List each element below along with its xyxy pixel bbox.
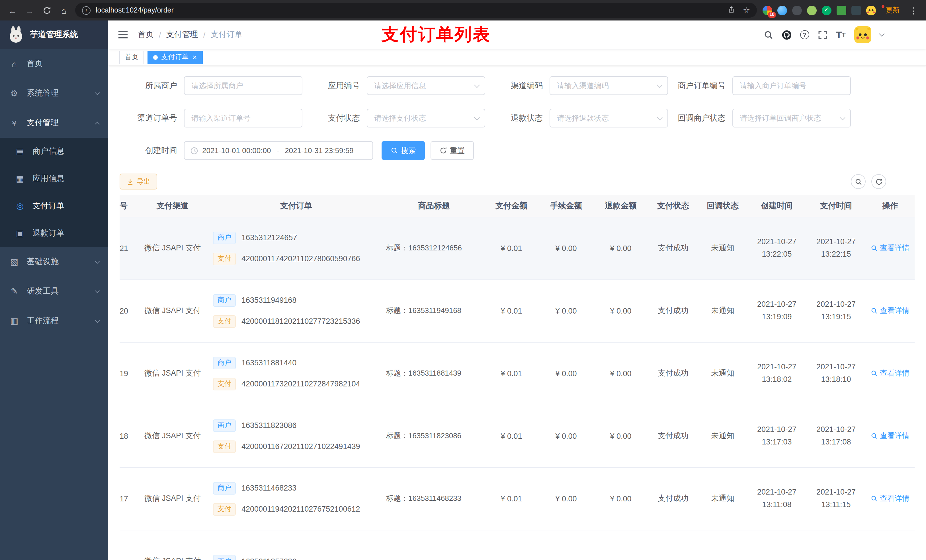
view-detail-link[interactable]: 查看详情 <box>871 494 909 504</box>
filter-row: 创建时间 2021-10-01 00:00:00 - 2021-10-31 23… <box>120 141 915 160</box>
refresh-icon <box>440 147 447 154</box>
pay-amount: ¥ 0.01 <box>484 217 539 279</box>
filter-field: 支付状态 <box>303 109 485 127</box>
toggle-search-button[interactable] <box>851 174 865 189</box>
bookmark-star-icon[interactable]: ☆ <box>743 6 750 15</box>
tab-active[interactable]: 支付订单× <box>147 50 203 64</box>
extension-icon[interactable] <box>837 5 846 15</box>
select-input[interactable] <box>367 109 485 127</box>
date-range-input[interactable]: 2021-10-01 00:00:00 - 2021-10-31 23:59:5… <box>184 141 373 160</box>
address-bar[interactable]: i localhost:1024/pay/order ☆ <box>75 3 757 18</box>
fee-amount: ¥ 0.00 <box>539 405 593 467</box>
notify-status: 未通知 <box>698 342 747 405</box>
refresh-table-button[interactable] <box>872 174 886 189</box>
search-button[interactable]: 搜索 <box>381 141 425 160</box>
breadcrumb-item[interactable]: 支付管理 <box>166 30 198 40</box>
back-button[interactable]: ← <box>7 6 18 15</box>
extension-icon[interactable] <box>807 5 817 15</box>
refresh-icon <box>875 178 882 185</box>
breadcrumb-item[interactable]: 首页 <box>138 30 154 40</box>
sidebar-item-基础设施[interactable]: ▧基础设施 <box>0 247 108 276</box>
extension-icon[interactable] <box>822 5 831 15</box>
column-header: 退款金额 <box>593 195 648 217</box>
pikachu-extension-icon[interactable] <box>866 5 876 15</box>
info-icon[interactable]: i <box>82 6 91 15</box>
extension-puzzle-icon[interactable] <box>851 5 861 15</box>
pay-amount: ¥ 0.01 <box>484 467 539 530</box>
create-time: 2021-10-27 13:22:05 <box>747 217 806 279</box>
create-time: 2021-10-27 13:18:02 <box>747 342 806 405</box>
pay-tag: 支付 <box>213 503 236 515</box>
column-header: 支付状态 <box>648 195 698 217</box>
hamburger-icon[interactable] <box>117 29 129 41</box>
share-icon[interactable] <box>728 5 735 15</box>
view-detail-link[interactable]: 查看详情 <box>871 368 909 379</box>
tab-label: 支付订单 <box>161 52 189 62</box>
pay-channel: 微信 JSAPI 支付 <box>137 405 209 467</box>
update-button[interactable]: 更新 <box>882 4 902 16</box>
view-detail-link[interactable]: 查看详情 <box>871 243 909 253</box>
sidebar-item-退款订单[interactable]: ▣退款订单 <box>0 220 108 247</box>
extension-icon[interactable] <box>792 5 802 15</box>
filter-label: 渠道订单号 <box>120 113 184 123</box>
chevron-down-icon <box>95 288 100 293</box>
notify-status: 未通知 <box>698 279 747 342</box>
filter-field: 渠道订单号 <box>120 109 303 127</box>
select-input[interactable] <box>732 109 851 127</box>
sidebar-item-工作流程[interactable]: ▥工作流程 <box>0 306 108 336</box>
sidebar-item-商户信息[interactable]: ▤商户信息 <box>0 138 108 165</box>
extension-icon[interactable] <box>777 5 787 15</box>
merchant-tag: 商户 <box>213 482 236 494</box>
refund-amount: ¥ 0.00 <box>593 405 648 467</box>
sidebar-item-支付订单[interactable]: ◎支付订单 <box>0 192 108 220</box>
help-icon[interactable]: ? <box>800 30 809 39</box>
text-input[interactable] <box>732 76 851 95</box>
extension-icon[interactable]: 10 <box>763 5 772 15</box>
forward-button[interactable]: → <box>24 6 35 15</box>
select-input[interactable] <box>367 76 485 95</box>
search-icon[interactable] <box>764 30 773 39</box>
sidebar-item-首页[interactable]: ⌂首页 <box>0 49 108 78</box>
breadcrumb-item: 支付订单 <box>211 30 243 40</box>
fee-amount: ¥ 0.00 <box>539 342 593 405</box>
view-detail-link[interactable]: 查看详情 <box>871 431 909 441</box>
infrastructure-icon: ▧ <box>9 257 20 267</box>
goods-title: 标题：1635311823086 <box>384 405 484 467</box>
select-input[interactable] <box>549 109 668 127</box>
text-input[interactable] <box>184 76 303 95</box>
annotation-title: 支付订单列表 <box>381 23 491 46</box>
filter-input <box>184 109 303 127</box>
tab-item[interactable]: 首页 <box>119 50 144 64</box>
user-avatar[interactable] <box>854 26 872 43</box>
order-id: 17 <box>120 467 137 530</box>
fullscreen-icon[interactable] <box>818 30 828 39</box>
channel-order-no: 4200001173202110272847982104 <box>242 380 360 388</box>
gear-icon: ⚙ <box>9 88 20 98</box>
pay-tag: 支付 <box>213 440 236 453</box>
sidebar-item-label: 支付管理 <box>27 118 59 128</box>
select-input[interactable] <box>549 76 668 95</box>
export-button[interactable]: 导出 <box>120 174 157 190</box>
sidebar-item-系统管理[interactable]: ⚙系统管理 <box>0 78 108 108</box>
refund-amount: ¥ 0.00 <box>593 467 648 530</box>
pay-order-icon: ◎ <box>15 201 25 211</box>
app-logo[interactable]: 芋道管理系统 <box>0 21 108 49</box>
sidebar-item-支付管理[interactable]: ¥支付管理 <box>0 108 108 138</box>
text-input[interactable] <box>184 109 303 127</box>
breadcrumb-separator: / <box>203 30 206 39</box>
home-button[interactable]: ⌂ <box>58 6 70 15</box>
view-detail-link[interactable]: 查看详情 <box>871 306 909 316</box>
github-icon[interactable] <box>782 30 791 39</box>
search-icon <box>871 495 878 502</box>
sidebar-item-研发工具[interactable]: ✎研发工具 <box>0 276 108 306</box>
browser-menu-icon[interactable]: ⋮ <box>908 6 919 15</box>
sidebar-item-应用信息[interactable]: ▦应用信息 <box>0 165 108 192</box>
chevron-down-icon[interactable] <box>880 33 884 36</box>
refresh-button[interactable] <box>41 6 52 15</box>
filter-select <box>367 76 485 95</box>
close-icon[interactable]: × <box>192 53 197 61</box>
pay-channel: 微信 JSAPI 支付 <box>137 530 209 560</box>
pay-order-cell: 商户1635312124657支付42000011742021102780605… <box>209 217 384 279</box>
reset-button[interactable]: 重置 <box>431 141 474 160</box>
font-size-icon[interactable]: TT <box>836 30 846 39</box>
